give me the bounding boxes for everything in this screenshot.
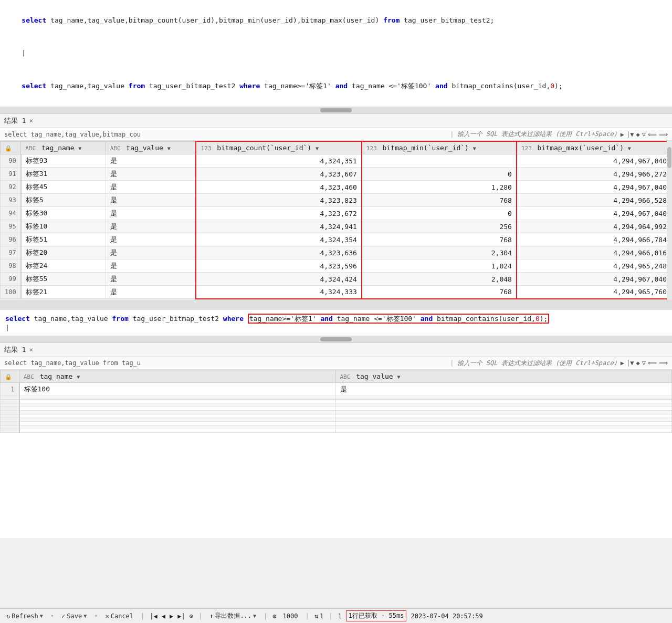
table-row: 标签5 [21,194,106,207]
run-icon-2[interactable]: ▶ [621,359,624,367]
bookmark-icon-2[interactable]: ◆ [636,359,640,367]
table-row: 99 [1,273,21,286]
sql-cursor-1: | [5,37,667,69]
result-tab-label-2[interactable]: 结果 1 [4,345,26,355]
nav-left-icon-2[interactable]: ⟸ [648,359,657,367]
col-dropdown-5[interactable]: ▼ [628,146,631,151]
save-dropdown[interactable]: ▼ [83,613,87,619]
scrollbar-thumb-1[interactable] [320,108,352,112]
col-dropdown-3[interactable]: ▼ [316,146,319,151]
funnel-icon-2[interactable]: ▽ [642,359,646,367]
table-row [19,425,336,429]
col-header-bitmap-max-1[interactable]: 123 bitmap_max(`user_id`) ▼ [517,141,671,154]
result-tab-close-2[interactable]: × [29,346,33,354]
refresh-icon: ↻ [6,612,10,620]
col-header-bitmap-min-1[interactable]: 123 bitmap_min(`user_id`) ▼ [362,141,517,154]
table-row: 4,294,967,040 [517,207,671,220]
nav-next[interactable]: ▶ [170,612,173,620]
col-header-rownum-2: 🔒 [1,370,19,382]
nav-item[interactable]: ⊙ [190,612,193,620]
col-header-bitmap-count-1[interactable]: 123 bitmap_count(`user_id`) ▼ [196,141,361,154]
table-row: 1,024 [362,259,517,273]
cancel-button[interactable]: ✕ Cancel [103,611,135,621]
col-header-tag-value-2[interactable]: ABC tag_value ▼ [335,370,672,382]
filter-separator-1: | [450,131,454,138]
data-table-wrapper-1: 🔒 ABC tag_name ▼ ABC tag_value ▼ 123 bit… [0,141,672,299]
scrollbar-v-thumb-1[interactable] [667,147,671,168]
col-header-tag-value-1[interactable]: ABC tag_value ▼ [106,141,196,154]
table-row [335,425,672,429]
export-button[interactable]: ⬆ 导出数据... ▼ [207,610,258,621]
table-row [19,407,336,410]
table-row: 标签45 [21,181,106,194]
lock-icon-1: 🔒 [5,145,12,152]
table-row: 768 [362,194,517,207]
nav-last[interactable]: ▶| [177,612,185,620]
nav-first[interactable]: |◀ [150,612,157,620]
table-row: 2,048 [362,273,517,286]
col-dropdown-6[interactable]: ▼ [77,374,80,380]
col-header-tag-name-2[interactable]: ABC tag_name ▼ [19,370,336,382]
limit-value[interactable]: 1000 [283,612,298,620]
col-header-tag-name-1[interactable]: ABC tag_name ▼ [21,141,106,154]
table-row: 4,294,966,784 [517,233,671,246]
sql-editor-1[interactable]: select tag_name,tag_value,bitmap_count(u… [0,0,672,107]
scrollbar-h-2[interactable] [0,336,672,342]
result-tab-close-1[interactable]: × [29,117,33,124]
table-row [1,396,19,399]
scrollbar-v-1[interactable] [667,141,672,299]
table-row: 4,294,967,040 [517,181,671,194]
nav-prev[interactable]: ◀ [162,612,165,620]
scrollbar-h-1[interactable] [0,107,672,113]
table-row: 0 [362,207,517,220]
sql-editor-2[interactable]: select tag_name,tag_value from tag_user_… [0,310,672,336]
table-row: 91 [1,168,21,181]
sql-line-2: select tag_name,tag_value from tag_user_… [5,70,667,102]
run-icon[interactable]: ▶ [621,131,624,138]
col-header-rownum-1: 🔒 [1,141,21,154]
table-row: 是 [106,259,196,273]
col-dropdown-2[interactable]: ▼ [167,146,171,151]
table-row: 4,323,596 [196,259,361,273]
sql-cursor-2: | [5,324,667,331]
result-tab-label-1[interactable]: 结果 1 [4,116,26,126]
funnel-icon[interactable]: ▽ [642,131,646,138]
bookmark-icon[interactable]: ◆ [636,131,640,138]
table-row: 98 [1,259,21,273]
save-icon: ✓ [61,612,65,620]
refresh-dropdown[interactable]: ▼ [40,613,43,619]
settings-icon[interactable]: ⚙ [272,612,276,620]
col-dropdown-7[interactable]: ▼ [397,374,400,380]
lock-icon-2: 🔒 [5,373,12,380]
scrollbar-thumb-2[interactable] [320,337,352,341]
table-row: 是 [106,233,196,246]
col-dropdown-4[interactable]: ▼ [473,146,476,151]
table-row: 是 [335,382,672,396]
filter-input-2[interactable]: 输入一个 SQL 表达式来过滤结果 (使用 Ctrl+Space) [457,359,617,368]
table-row: 是 [106,273,196,286]
table-row: 768 [362,233,517,246]
table-row: 标签30 [21,207,106,220]
nav-left-icon[interactable]: ⟸ [648,131,657,138]
filter-input-1[interactable]: 输入一个 SQL 表达式来过滤结果 (使用 Ctrl+Space) [457,130,617,139]
table-row: 4,294,964,992 [517,220,671,233]
table-row: 95 [1,220,21,233]
table-row [1,399,19,403]
save-button[interactable]: ✓ Save ▼ [59,611,89,621]
export-icon: ⬆ [209,612,213,620]
table-row [335,396,672,399]
table-row: 标签21 [21,286,106,299]
col-dropdown-1[interactable]: ▼ [78,146,81,151]
table-row: 93 [1,194,21,207]
nav-right-icon-2[interactable]: ⟹ [659,359,668,367]
nav-right-icon[interactable]: ⟹ [659,131,668,138]
export-dropdown[interactable]: ▼ [253,613,256,619]
table-row: 4,324,354 [196,233,361,246]
table-row: 1 [1,382,19,396]
results-tab-1: 结果 1 × [0,113,672,128]
table-row: 是 [106,207,196,220]
refresh-button[interactable]: ↻ Refresh ▼ [4,611,45,621]
table-row: 0 [362,168,517,181]
table-row [1,410,19,414]
table-row: 标签55 [21,273,106,286]
